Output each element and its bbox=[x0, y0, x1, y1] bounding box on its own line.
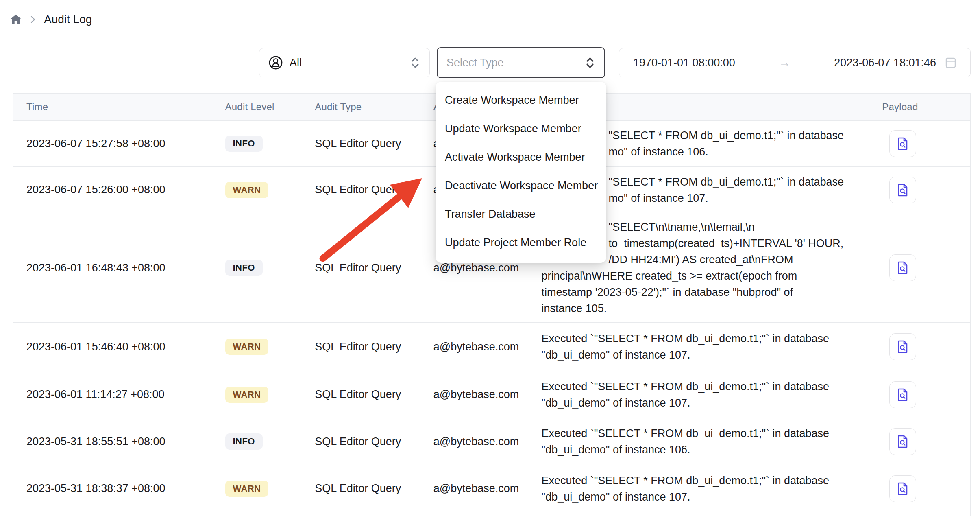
cell-audit-type bbox=[315, 512, 433, 516]
comment-line: Executed `"SELECT * FROM db_ui_demo.t1;"… bbox=[542, 472, 882, 489]
payload-view-button[interactable] bbox=[889, 475, 916, 502]
comment-line: timestamp '2023-05-22');"` in database "… bbox=[542, 284, 882, 300]
cell-payload bbox=[882, 323, 970, 371]
dropdown-item[interactable]: Deactivate Workspace Member bbox=[436, 171, 606, 200]
cell-actor: a@bytebase.com bbox=[433, 371, 542, 418]
table-row: 2023-05-31 18:55:51 +08:00INFOSQL Editor… bbox=[13, 418, 970, 465]
comment-line: Executed `"SELECT * FROM db_ui_demo.t1;"… bbox=[542, 330, 882, 347]
actor-filter-select[interactable]: All bbox=[259, 48, 430, 77]
cell-time: 2023-06-01 15:46:40 +08:00 bbox=[13, 323, 225, 371]
cell-comment: Executed `"SELECT * FROM db_ui_demo.t1;"… bbox=[542, 323, 882, 371]
date-range-end[interactable]: 2023-06-07 18:01:46 bbox=[834, 57, 936, 69]
table-row: 2023-06-01 15:46:40 +08:00WARNSQL Editor… bbox=[13, 323, 970, 371]
payload-view-button[interactable] bbox=[889, 177, 916, 203]
cell-payload bbox=[882, 213, 970, 323]
payload-view-button[interactable] bbox=[889, 130, 916, 157]
audit-level-badge: INFO bbox=[225, 136, 263, 152]
cell-time bbox=[13, 512, 225, 516]
chevron-right-icon bbox=[30, 15, 36, 24]
cell-comment: Executed `"SELECT * FROM db_ui_demo.t1;"… bbox=[542, 371, 882, 418]
payload-file-search-icon bbox=[895, 481, 910, 496]
cell-payload bbox=[882, 418, 970, 465]
header-audit-level: Audit Level bbox=[225, 94, 315, 121]
payload-view-button[interactable] bbox=[889, 428, 916, 455]
comment-line: "db_ui_demo" of instance 107. bbox=[542, 489, 882, 505]
audit-level-badge: INFO bbox=[225, 260, 263, 276]
person-circle-icon bbox=[268, 55, 283, 70]
cell-payload bbox=[882, 167, 970, 213]
dropdown-item[interactable]: Activate Workspace Member bbox=[436, 143, 606, 171]
calendar-icon[interactable] bbox=[945, 57, 956, 69]
cell-time: 2023-06-01 11:14:27 +08:00 bbox=[13, 371, 225, 418]
comment-line: principal\nWHERE created_ts >= extract(e… bbox=[542, 268, 882, 284]
type-filter-placeholder: Select Type bbox=[446, 57, 504, 69]
comment-line: Executed `"SELECT * FROM db_ui_demo.t1;"… bbox=[542, 378, 882, 395]
annotation-arrow-icon bbox=[313, 172, 431, 266]
cell-audit-level: WARN bbox=[225, 323, 315, 371]
cell-audit-type: SQL Editor Query bbox=[315, 121, 433, 167]
type-dropdown-menu: Create Workspace MemberUpdate Workspace … bbox=[436, 82, 606, 263]
payload-view-button[interactable] bbox=[889, 381, 916, 408]
payload-file-search-icon bbox=[895, 434, 910, 449]
cell-actor: a@bytebase.com bbox=[433, 323, 542, 371]
table-row bbox=[13, 512, 970, 516]
payload-file-search-icon bbox=[895, 260, 910, 275]
payload-view-button[interactable] bbox=[889, 254, 916, 281]
cell-time: 2023-06-07 15:26:00 +08:00 bbox=[13, 167, 225, 213]
comment-line: "db_ui_demo" of instance 107. bbox=[542, 395, 882, 411]
cell-comment: Executed `"SELECT * FROM db_ui_demo.t1;"… bbox=[542, 418, 882, 465]
cell-audit-level: INFO bbox=[225, 121, 315, 167]
cell-time: 2023-06-07 15:27:58 +08:00 bbox=[13, 121, 225, 167]
cell-audit-type: SQL Editor Query bbox=[315, 465, 433, 512]
type-filter-select[interactable]: Select Type bbox=[437, 47, 605, 78]
audit-level-badge: WARN bbox=[225, 182, 269, 198]
cell-audit-level: INFO bbox=[225, 213, 315, 323]
home-icon[interactable] bbox=[10, 13, 22, 26]
cell-time: 2023-05-31 18:55:51 +08:00 bbox=[13, 418, 225, 465]
payload-view-button[interactable] bbox=[889, 333, 916, 360]
comment-line: "db_ui_demo" of instance 106. bbox=[542, 442, 882, 458]
comment-line: "db_ui_demo" of instance 107. bbox=[542, 347, 882, 363]
cell-time: 2023-06-01 16:48:43 +08:00 bbox=[13, 213, 225, 323]
audit-level-badge: WARN bbox=[225, 339, 269, 355]
cell-payload bbox=[882, 121, 970, 167]
dropdown-item[interactable]: Update Workspace Member bbox=[436, 114, 606, 143]
comment-line: Executed `"SELECT * FROM db_ui_demo.t1;"… bbox=[542, 425, 882, 442]
cell-audit-level bbox=[225, 512, 315, 516]
cell-actor bbox=[433, 512, 542, 516]
payload-file-search-icon bbox=[895, 339, 910, 354]
header-audit-type: Audit Type bbox=[315, 94, 433, 121]
table-row: 2023-05-31 18:38:37 +08:00WARNSQL Editor… bbox=[13, 465, 970, 512]
cell-payload bbox=[882, 512, 970, 516]
audit-level-badge: WARN bbox=[225, 387, 269, 403]
cell-audit-type: SQL Editor Query bbox=[315, 371, 433, 418]
cell-audit-type: SQL Editor Query bbox=[315, 418, 433, 465]
cell-comment: Executed `"SELECT * FROM db_ui_demo.t1;"… bbox=[542, 465, 882, 512]
cell-actor: a@bytebase.com bbox=[433, 418, 542, 465]
cell-audit-level: WARN bbox=[225, 371, 315, 418]
dropdown-item[interactable]: Transfer Database bbox=[436, 200, 606, 228]
date-range-start[interactable]: 1970-01-01 08:00:00 bbox=[633, 57, 735, 69]
header-time: Time bbox=[13, 94, 225, 121]
payload-file-search-icon bbox=[895, 387, 910, 402]
date-range-picker[interactable]: 1970-01-01 08:00:00 → 2023-06-07 18:01:4… bbox=[619, 48, 971, 77]
chevron-updown-icon bbox=[410, 57, 420, 69]
chevron-updown-icon bbox=[585, 57, 595, 69]
cell-actor: a@bytebase.com bbox=[433, 465, 542, 512]
cell-audit-level: WARN bbox=[225, 465, 315, 512]
table-row: 2023-06-01 11:14:27 +08:00WARNSQL Editor… bbox=[13, 371, 970, 418]
filter-bar: All Select Type 1970-01-01 08:00:00 → 20… bbox=[259, 47, 971, 78]
dropdown-item[interactable]: Create Workspace Member bbox=[436, 86, 606, 114]
cell-audit-level: WARN bbox=[225, 167, 315, 213]
cell-audit-type: SQL Editor Query bbox=[315, 323, 433, 371]
page-title: Audit Log bbox=[44, 13, 92, 26]
payload-file-search-icon bbox=[895, 136, 910, 151]
cell-payload bbox=[882, 465, 970, 512]
header-payload: Payload bbox=[882, 94, 970, 121]
dropdown-item[interactable]: Update Project Member Role bbox=[436, 228, 606, 257]
cell-payload bbox=[882, 371, 970, 418]
cell-comment bbox=[542, 512, 882, 516]
audit-level-badge: INFO bbox=[225, 433, 263, 450]
comment-line: instance 105. bbox=[542, 300, 882, 317]
actor-filter-value: All bbox=[290, 57, 302, 69]
